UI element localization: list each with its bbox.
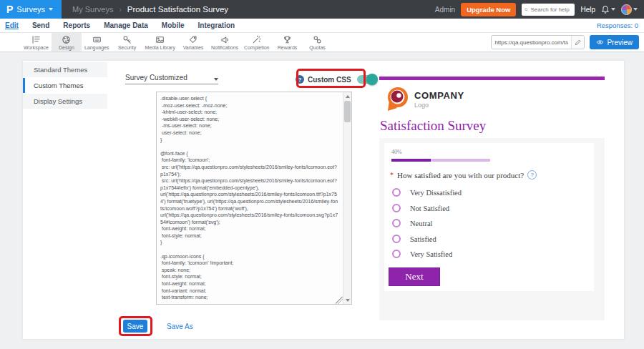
nav-item-edit[interactable]: Edit — [5, 21, 19, 29]
progress-fill — [391, 159, 431, 162]
nav-item-integration[interactable]: Integration — [198, 21, 235, 29]
trophy-icon — [283, 35, 292, 44]
responses-count[interactable]: Responses: 0 — [597, 21, 644, 29]
survey-url-input[interactable] — [492, 39, 571, 46]
account-menu[interactable] — [621, 4, 638, 15]
css-editor-scrollbar[interactable] — [343, 92, 351, 304]
sidebar-item-display-settings[interactable]: Display Settings — [23, 94, 107, 109]
chevron-down-icon — [214, 78, 218, 81]
theme-select[interactable]: Survey Customized — [125, 74, 218, 84]
toolbar-item-quotas[interactable]: Quotas — [303, 33, 333, 51]
progress-label: 40% — [391, 149, 402, 155]
toolbar-item-variables[interactable]: Variables — [178, 33, 208, 51]
toolbar-item-security[interactable]: Security — [112, 33, 142, 51]
custom-css-group: Custom CSS — [308, 75, 377, 84]
bell-icon — [601, 5, 610, 14]
theme-select-value: Survey Customized — [125, 74, 187, 82]
help-link[interactable]: Help — [580, 6, 595, 14]
notifications-bell-button[interactable] — [601, 5, 615, 14]
toolbar-item-rewards[interactable]: Rewards — [273, 33, 303, 51]
breadcrumb-parent[interactable]: My Surveys — [72, 5, 113, 14]
option-neutral[interactable]: Neutral — [392, 217, 433, 229]
radio-icon[interactable] — [392, 235, 401, 243]
option-very-dissatisfied[interactable]: Very Dissatisfied — [392, 187, 462, 198]
sidebar-item-custom-themes[interactable]: Custom Themes — [23, 78, 107, 93]
nav-item-reports[interactable]: Reports — [63, 21, 90, 29]
product-menu[interactable]: P Surveys — [0, 0, 62, 19]
pencil-icon — [575, 39, 581, 46]
eye-icon — [596, 39, 604, 45]
radio-icon[interactable] — [392, 188, 401, 197]
workspace-icon — [31, 35, 41, 44]
survey-url-box — [491, 35, 585, 49]
question-row: * How satisfied are you with our product… — [390, 170, 537, 180]
option-not-satisfied[interactable]: Not Satisfied — [392, 202, 449, 214]
scrollbar-down-arrow[interactable] — [343, 296, 351, 304]
radio-icon[interactable] — [392, 204, 401, 212]
radio-icon[interactable] — [392, 219, 401, 227]
quotas-icon — [313, 35, 322, 44]
company-logo-icon — [386, 87, 409, 112]
survey-body: 40% * How satisfied are you with our pro… — [379, 138, 605, 320]
product-menu-label: Surveys — [16, 5, 45, 14]
questionpro-app: P Surveys My Surveys › Product Satisfact… — [0, 0, 644, 349]
required-marker: * — [390, 171, 394, 179]
toolbar-item-completion[interactable]: Completion — [241, 33, 272, 51]
question-card: 40% * How satisfied are you with our pro… — [384, 143, 594, 291]
toolbar-item-workspace[interactable]: Workspace — [21, 33, 52, 51]
variables-icon — [188, 35, 197, 44]
design-icon — [62, 35, 71, 44]
toolbar-item-media-library[interactable]: Media Library — [142, 33, 178, 51]
upgrade-now-button[interactable]: Upgrade Now — [461, 3, 516, 16]
toggle-knob-icon — [366, 74, 378, 85]
sidebar-item-standard-themes[interactable]: Standard Themes — [23, 62, 107, 77]
css-editor[interactable]: .disable-user-select { -moz-user-select:… — [156, 92, 352, 305]
toolbar-right: Preview — [491, 35, 639, 49]
theme-help-icon[interactable]: ? — [296, 75, 304, 84]
breadcrumb: My Surveys › Product Satisfaction Survey — [72, 5, 228, 14]
preview-button[interactable]: Preview — [590, 35, 639, 49]
survey-title: Satisfaction Survey — [380, 118, 486, 134]
question-text: How satisfied are you with our product? — [397, 171, 524, 180]
save-button[interactable]: Save — [123, 320, 147, 333]
option-very-satisfied[interactable]: Very Satisfied — [392, 248, 452, 260]
company-name: COMPANY — [414, 91, 464, 101]
languages-icon — [92, 35, 102, 44]
toolbar-item-design[interactable]: Design — [52, 33, 82, 51]
search-input[interactable] — [530, 6, 572, 13]
next-button[interactable]: Next — [389, 267, 440, 286]
company-tagline: Logo — [414, 102, 464, 109]
preview-button-label: Preview — [607, 39, 633, 46]
progress-bar — [391, 159, 490, 162]
wand-icon — [252, 35, 261, 44]
toolbar-item-notifications[interactable]: Notifications — [208, 33, 241, 51]
survey-nav: Edit Send Reports Manage Data Mobile Int… — [0, 19, 644, 33]
media-library-icon — [155, 35, 165, 44]
scrollbar-thumb[interactable] — [344, 101, 351, 122]
breadcrumb-current: Product Satisfaction Survey — [127, 5, 228, 14]
radio-icon[interactable] — [392, 250, 401, 258]
edit-url-button[interactable] — [571, 36, 584, 49]
admin-menu[interactable]: Admin — [435, 6, 455, 14]
toolbar-item-languages[interactable]: Languages — [82, 33, 112, 51]
nav-item-send[interactable]: Send — [32, 21, 49, 29]
avatar — [621, 4, 632, 15]
resize-grip-icon[interactable] — [336, 297, 343, 304]
nav-item-manage-data[interactable]: Manage Data — [104, 21, 148, 29]
chevron-down-icon — [49, 8, 53, 11]
custom-css-toggle[interactable] — [357, 75, 377, 84]
company-logo: COMPANY Logo — [386, 87, 464, 112]
option-satisfied[interactable]: Satisfied — [392, 233, 436, 245]
scrollbar-up-arrow[interactable] — [343, 92, 351, 100]
css-code-text[interactable]: .disable-user-select { -moz-user-select:… — [160, 95, 339, 301]
topbar: P Surveys My Surveys › Product Satisfact… — [0, 0, 644, 19]
theme-sidebar: Standard Themes Custom Themes Display Se… — [23, 62, 107, 109]
questionpro-logo-icon: P — [6, 4, 13, 14]
nav-item-mobile[interactable]: Mobile — [162, 21, 185, 29]
breadcrumb-separator-icon: › — [119, 6, 121, 14]
save-as-link[interactable]: Save As — [167, 323, 193, 330]
search-icon — [525, 6, 528, 13]
question-help-icon[interactable]: ? — [527, 170, 537, 180]
chevron-down-icon — [633, 8, 638, 11]
security-icon — [122, 35, 132, 44]
